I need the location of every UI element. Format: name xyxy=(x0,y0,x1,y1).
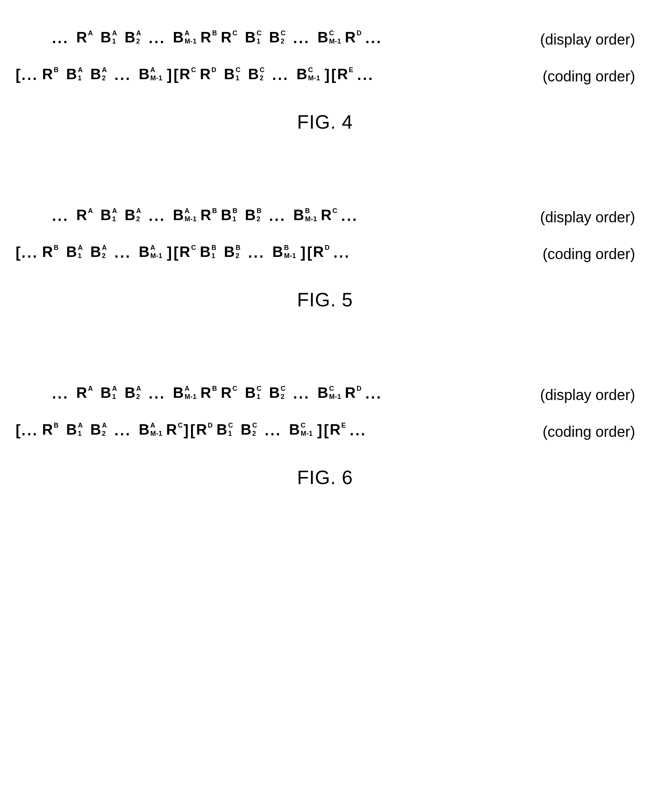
bracket-open-icon: [ xyxy=(324,422,329,439)
ellipsis-icon: ... xyxy=(114,67,131,83)
token-B-A-1: BA1 xyxy=(66,422,83,437)
ellipsis-icon: ... xyxy=(365,30,382,46)
coding-order-label: (coding order) xyxy=(531,422,635,440)
token-B-C-2: BC2 xyxy=(269,30,286,44)
fig4-display-row: ... RA BA1 BA2 ... BAM-1 RB RC BC1 BC2 .… xyxy=(15,30,635,48)
ellipsis-icon: ... xyxy=(21,422,38,439)
coding-order-label: (coding order) xyxy=(531,67,635,85)
token-R-D: RD xyxy=(196,422,213,437)
fig6-coding-row: [ ... RB BA1 BA2 ... BAM-1 RC ] [ RD BC1… xyxy=(15,422,635,440)
token-R-B: RB xyxy=(42,422,59,437)
token-B-C-M1: BCM-1 xyxy=(317,30,341,44)
fig6-coding-seq: [ ... RB BA1 BA2 ... BAM-1 RC ] [ RD BC1… xyxy=(15,422,370,439)
token-B-A-2: BA2 xyxy=(90,67,107,81)
token-B-B-2: BB2 xyxy=(245,208,262,222)
ellipsis-icon: ... xyxy=(21,67,38,83)
token-R-C: RC xyxy=(180,67,196,81)
token-B-B-1: BB1 xyxy=(200,244,217,259)
token-R-A: RA xyxy=(76,30,93,44)
coding-order-label: (coding order) xyxy=(531,244,635,263)
ellipsis-icon: ... xyxy=(272,67,289,83)
figure-4-block: ... RA BA1 BA2 ... BAM-1 RB RC BC1 BC2 .… xyxy=(15,30,635,133)
figure-5-block: ... RA BA1 BA2 ... BAM-1 RB BB1 BB2 ... … xyxy=(15,208,635,311)
display-order-label: (display order) xyxy=(529,385,635,403)
display-order-label: (display order) xyxy=(529,208,635,226)
ellipsis-icon: ... xyxy=(333,244,350,261)
bracket-open-icon: [ xyxy=(15,67,21,83)
token-R-D: RD xyxy=(313,244,330,259)
token-B-A-1: BA1 xyxy=(66,244,83,259)
token-B-C-1: BC1 xyxy=(245,385,262,400)
token-B-A-2: BA2 xyxy=(125,30,141,44)
token-B-A-M1: BAM-1 xyxy=(139,244,163,259)
display-order-label: (display order) xyxy=(529,30,635,48)
token-R-B: RB xyxy=(200,30,217,44)
token-B-A-1: BA1 xyxy=(100,30,117,44)
ellipsis-icon: ... xyxy=(149,385,165,402)
token-R-D: RD xyxy=(200,67,217,81)
token-R-C: RC xyxy=(180,244,196,259)
ellipsis-icon: ... xyxy=(149,30,165,46)
token-R-B: RB xyxy=(42,244,59,259)
token-R-B: RB xyxy=(42,67,59,81)
token-B-A-2: BA2 xyxy=(90,422,107,437)
bracket-close-icon: ] xyxy=(325,67,330,83)
token-B-B-M1: BBM-1 xyxy=(272,244,296,259)
fig5-coding-row: [ ... RB BA1 BA2 ... BAM-1 ] [ RC BB1 BB… xyxy=(15,244,635,263)
token-R-C: RC xyxy=(221,30,237,44)
ellipsis-icon: ... xyxy=(149,208,165,224)
token-R-E: RE xyxy=(330,422,346,437)
token-B-A-M1: BAM-1 xyxy=(173,385,196,400)
token-R-B: RB xyxy=(200,208,217,222)
ellipsis-icon: ... xyxy=(293,30,310,46)
bracket-open-icon: [ xyxy=(15,422,21,439)
fig5-display-row: ... RA BA1 BA2 ... BAM-1 RB BB1 BB2 ... … xyxy=(15,208,635,226)
token-R-C: RC xyxy=(166,422,183,437)
ellipsis-icon: ... xyxy=(248,244,265,261)
fig4-coding-seq: [ ... RB BA1 BA2 ... BAM-1 ] [ RC RD BC1… xyxy=(15,67,378,83)
token-B-A-1: BA1 xyxy=(100,208,117,222)
token-R-C: RC xyxy=(321,208,338,222)
figure-6-block: ... RA BA1 BA2 ... BAM-1 RB RC BC1 BC2 .… xyxy=(15,385,635,488)
figure-5-caption: FIG. 5 xyxy=(15,288,635,311)
ellipsis-icon: ... xyxy=(52,30,69,46)
token-B-B-M1: BBM-1 xyxy=(293,208,317,222)
token-B-C-2: BC2 xyxy=(269,385,286,400)
token-R-A: RA xyxy=(76,208,93,222)
bracket-open-icon: [ xyxy=(15,244,21,261)
ellipsis-icon: ... xyxy=(21,244,38,261)
token-R-B: RB xyxy=(200,385,217,400)
bracket-open-icon: [ xyxy=(331,67,336,83)
token-B-C-M1: BCM-1 xyxy=(317,385,341,400)
token-B-C-2: BC2 xyxy=(248,67,265,81)
fig4-display-seq: ... RA BA1 BA2 ... BAM-1 RB RC BC1 BC2 .… xyxy=(15,30,386,46)
token-R-D: RD xyxy=(345,385,362,400)
ellipsis-icon: ... xyxy=(293,385,310,402)
bracket-open-icon: [ xyxy=(174,67,179,83)
token-B-A-M1: BAM-1 xyxy=(173,30,196,44)
ellipsis-icon: ... xyxy=(114,422,131,439)
fig5-display-seq: ... RA BA1 BA2 ... BAM-1 RB BB1 BB2 ... … xyxy=(15,208,362,224)
token-B-A-1: BA1 xyxy=(66,67,83,81)
ellipsis-icon: ... xyxy=(52,385,69,402)
token-B-A-1: BA1 xyxy=(100,385,117,400)
token-B-C-1: BC1 xyxy=(224,67,241,81)
bracket-close-icon: ] xyxy=(317,422,323,439)
token-B-A-M1: BAM-1 xyxy=(173,208,196,222)
ellipsis-icon: ... xyxy=(114,244,131,261)
figure-4-caption: FIG. 4 xyxy=(15,111,635,133)
ellipsis-icon: ... xyxy=(357,67,374,83)
fig6-display-seq: ... RA BA1 BA2 ... BAM-1 RB RC BC1 BC2 .… xyxy=(15,385,386,402)
ellipsis-icon: ... xyxy=(52,208,69,224)
token-B-C-2: BC2 xyxy=(241,422,257,437)
bracket-open-icon: [ xyxy=(190,422,195,439)
bracket-close-icon: ] xyxy=(184,422,189,439)
token-R-A: RA xyxy=(76,385,93,400)
bracket-open-icon: [ xyxy=(307,244,312,261)
ellipsis-icon: ... xyxy=(265,422,281,439)
ellipsis-icon: ... xyxy=(341,208,358,224)
token-B-A-2: BA2 xyxy=(125,208,141,222)
token-B-A-2: BA2 xyxy=(125,385,141,400)
token-B-A-2: BA2 xyxy=(90,244,107,259)
fig4-coding-row: [ ... RB BA1 BA2 ... BAM-1 ] [ RC RD BC1… xyxy=(15,67,635,85)
